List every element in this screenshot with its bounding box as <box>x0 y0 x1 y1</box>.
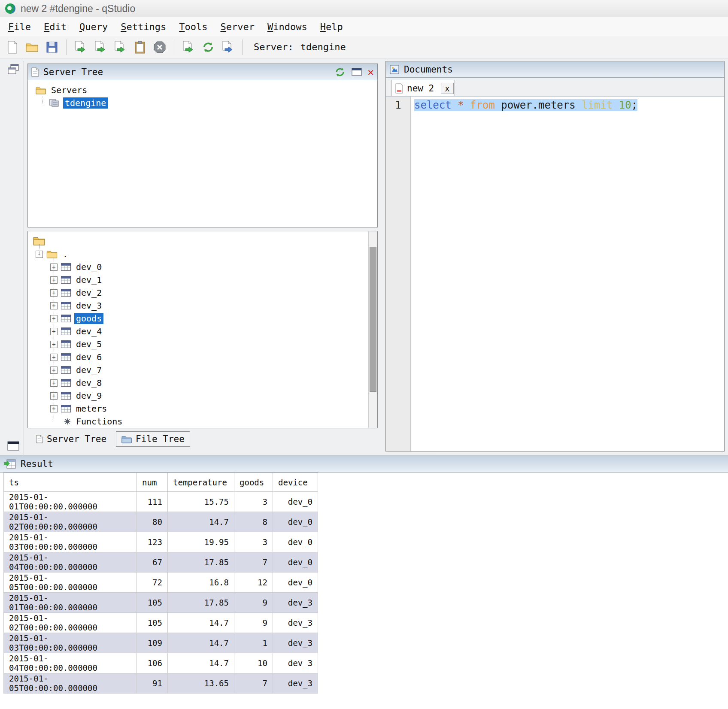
result-cell[interactable]: dev_0 <box>273 552 318 573</box>
tree-item-label[interactable]: dev_5 <box>74 339 103 350</box>
menu-settings[interactable]: Settings <box>114 19 173 34</box>
code-area[interactable]: select * from power.meters limit 10; <box>411 97 724 451</box>
refresh-tree-icon[interactable] <box>334 67 346 77</box>
tab-server-tree[interactable]: Server Tree <box>31 432 112 446</box>
server-node-tdengine[interactable]: tdengine <box>28 97 377 109</box>
tree-item-label[interactable]: dev_9 <box>74 390 103 401</box>
result-cell[interactable]: dev_3 <box>273 673 318 694</box>
result-cell[interactable]: dev_3 <box>273 593 318 613</box>
result-cell[interactable]: 15.75 <box>168 492 234 512</box>
result-cell[interactable]: dev_0 <box>273 573 318 593</box>
server-selector[interactable]: tdengine <box>300 42 378 52</box>
result-cell[interactable]: 2015-01-03T00:00:00.000000 <box>4 532 137 552</box>
restore-panel-icon[interactable] <box>7 441 19 451</box>
result-cell[interactable]: 16.8 <box>168 573 234 593</box>
menu-file[interactable]: File <box>2 19 37 34</box>
run-line-button[interactable] <box>91 38 109 56</box>
file-tree-item[interactable]: +dev_5 <box>28 338 377 351</box>
result-cell[interactable]: 9 <box>234 593 273 613</box>
result-cell[interactable]: 19.95 <box>168 532 234 552</box>
send-query-button[interactable] <box>179 38 197 56</box>
tree-item-label[interactable]: dev_6 <box>74 351 103 363</box>
result-row[interactable]: 2015-01-05T00:00:00.0000009113.657dev_3 <box>4 673 318 694</box>
result-cell[interactable]: 14.7 <box>168 613 234 633</box>
close-panel-icon[interactable]: ✕ <box>368 67 374 77</box>
file-tree-item[interactable]: +dev_6 <box>28 351 377 364</box>
new-file-button[interactable] <box>3 38 21 56</box>
result-cell[interactable]: 3 <box>234 492 273 512</box>
paste-button[interactable] <box>131 38 149 56</box>
cascade-windows-icon[interactable] <box>7 64 19 76</box>
result-row[interactable]: 2015-01-04T00:00:00.0000006717.857dev_0 <box>4 552 318 573</box>
result-cell[interactable]: 2015-01-05T00:00:00.000000 <box>4 673 137 694</box>
result-column-header[interactable]: device <box>273 473 318 492</box>
result-cell[interactable]: 2015-01-01T00:00:00.000000 <box>4 593 137 613</box>
tree-item-label[interactable]: dev_4 <box>74 326 103 337</box>
stop-button[interactable] <box>151 38 169 56</box>
result-cell[interactable]: 2015-01-02T00:00:00.000000 <box>4 512 137 532</box>
tree-item-label[interactable]: dev_0 <box>74 261 103 273</box>
result-cell[interactable]: 2015-01-04T00:00:00.000000 <box>4 552 137 573</box>
result-cell[interactable]: dev_3 <box>273 653 318 673</box>
file-tree-item[interactable]: +dev_1 <box>28 273 377 286</box>
result-row[interactable]: 2015-01-03T00:00:00.00000012319.953dev_0 <box>4 532 318 552</box>
result-cell[interactable]: 2015-01-04T00:00:00.000000 <box>4 653 137 673</box>
tree-item-label[interactable]: dev_1 <box>74 274 103 285</box>
save-button[interactable] <box>43 38 61 56</box>
result-column-header[interactable]: num <box>137 473 168 492</box>
tab-new-2[interactable]: new 2 x <box>391 80 455 96</box>
tree-item-label[interactable]: dev_8 <box>74 377 103 388</box>
result-column-header[interactable]: temperature <box>168 473 234 492</box>
file-tree-item[interactable]: +dev_9 <box>28 389 377 402</box>
sql-editor[interactable]: 1 select * from power.meters limit 10; <box>386 97 724 451</box>
menu-tools[interactable]: Tools <box>173 19 214 34</box>
scrollbar-thumb[interactable] <box>370 247 376 392</box>
result-cell[interactable]: 67 <box>137 552 168 573</box>
file-tree-item[interactable]: +dev_0 <box>28 261 377 273</box>
tab-file-tree[interactable]: File Tree <box>116 431 190 447</box>
result-cell[interactable]: 13.65 <box>168 673 234 694</box>
file-tree-item[interactable]: +dev_4 <box>28 325 377 338</box>
result-cell[interactable]: 123 <box>137 532 168 552</box>
refresh-query-button[interactable] <box>199 38 217 56</box>
result-cell[interactable]: 12 <box>234 573 273 593</box>
file-tree-item[interactable]: +dev_7 <box>28 364 377 376</box>
result-cell[interactable]: 2015-01-02T00:00:00.000000 <box>4 613 137 633</box>
result-cell[interactable]: 72 <box>137 573 168 593</box>
result-cell[interactable]: 2015-01-03T00:00:00.000000 <box>4 633 137 653</box>
result-cell[interactable]: dev_0 <box>273 532 318 552</box>
result-cell[interactable]: dev_0 <box>273 512 318 532</box>
result-cell[interactable]: dev_0 <box>273 492 318 512</box>
database-node[interactable]: - . <box>28 248 377 261</box>
result-cell[interactable]: 2015-01-01T00:00:00.000000 <box>4 492 137 512</box>
result-cell[interactable]: 17.85 <box>168 593 234 613</box>
result-cell[interactable]: 106 <box>137 653 168 673</box>
tree-item-label[interactable]: dev_2 <box>74 287 103 298</box>
result-row[interactable]: 2015-01-05T00:00:00.0000007216.812dev_0 <box>4 573 318 593</box>
result-cell[interactable]: 9 <box>234 613 273 633</box>
db-root-node[interactable] <box>28 234 377 248</box>
result-cell[interactable]: 1 <box>234 633 273 653</box>
result-column-header[interactable]: goods <box>234 473 273 492</box>
result-row[interactable]: 2015-01-01T00:00:00.00000011115.753dev_0 <box>4 492 318 512</box>
file-tree-item[interactable]: +goods <box>28 312 377 325</box>
result-cell[interactable]: 111 <box>137 492 168 512</box>
result-cell[interactable]: 91 <box>137 673 168 694</box>
result-column-header[interactable]: ts <box>4 473 137 492</box>
file-tree-item[interactable]: +dev_8 <box>28 376 377 389</box>
result-cell[interactable]: 10 <box>234 653 273 673</box>
server-node-label[interactable]: tdengine <box>63 97 108 109</box>
result-row[interactable]: 2015-01-01T00:00:00.00000010517.859dev_3 <box>4 593 318 613</box>
result-cell[interactable]: 14.7 <box>168 512 234 532</box>
result-cell[interactable]: 14.7 <box>168 633 234 653</box>
file-tree-scrollbar[interactable] <box>368 231 377 428</box>
code-line[interactable]: select * from power.meters limit 10; <box>414 97 724 113</box>
maximize-panel-icon[interactable] <box>352 68 362 76</box>
run-selection-button[interactable] <box>111 38 129 56</box>
result-cell[interactable]: 105 <box>137 593 168 613</box>
run-query-button[interactable] <box>72 38 90 56</box>
menu-windows[interactable]: Windows <box>261 19 314 34</box>
result-row[interactable]: 2015-01-02T00:00:00.0000008014.78dev_0 <box>4 512 318 532</box>
menu-server[interactable]: Server <box>214 19 261 34</box>
result-cell[interactable]: 14.7 <box>168 653 234 673</box>
